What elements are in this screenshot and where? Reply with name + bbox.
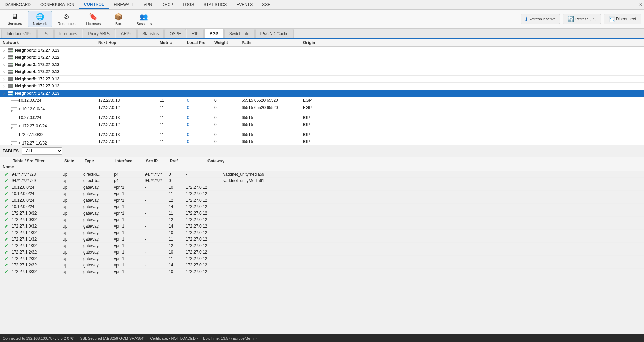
route-interface: p4 [114,178,145,183]
svg-point-18 [12,77,13,78]
refresh-if-active-icon: ℹ [525,16,527,22]
bgp-group-row[interactable]: ▷ Neighbor5: 172.27.0.13 [0,76,644,83]
route-type: gateway... [83,185,114,190]
route-gateway: 172.27.0.12 [186,230,223,235]
route-gateway: 172.27.0.12 [186,198,223,203]
bgp-data-row[interactable]: ——▶ > 172.27.0.0/24 172.27.0.12 11 0 0 6… [0,121,644,131]
bgp-group-row[interactable]: ▷ Neighbor3: 172.27.0.13 [0,61,644,68]
tables-filter-select[interactable]: ALL Main VPN [22,147,62,155]
box-icon: 📦 [114,13,123,21]
route-type: gateway... [83,237,114,242]
toolbar-box[interactable]: 📦 Box [107,11,131,27]
table-row[interactable]: ✔ 172.27.1.3/32 up gateway... vpnr1 - 10… [0,269,644,275]
route-metric: 11 [158,139,186,145]
table-row[interactable]: ✔ 172.27.1.0/32 up gateway... vpnr1 - 14… [0,223,644,230]
table-row[interactable]: ✔ 10.12.0.0/24 up gateway... vpnr1 - 11 … [0,191,644,197]
toolbar-resources[interactable]: ⚙ Resources [53,11,80,27]
route-status-icon: ✔ [1,204,12,209]
route-nexthop: 172.27.0.12 [97,122,158,130]
nav-dashboard[interactable]: DASHBOARD [0,1,35,9]
nav-dhcp[interactable]: DHCP [157,1,178,9]
toolbar-network[interactable]: 🌐 Network [28,11,52,27]
route-gateway: 172.27.0.12 [186,243,223,248]
route-state: up [63,204,83,209]
bgp-group-row[interactable]: ▷ Neighbor7: 172.27.0.13 [0,90,644,97]
route-pref: 12 [169,198,186,203]
route-nexthop: 172.27.0.12 [97,139,158,145]
svg-point-23 [12,87,13,87]
bgp-group-label: Neighbor2: 172.27.0.12 [15,55,59,60]
tab-ospf[interactable]: OSPF [164,29,186,38]
refresh-if-active-button[interactable]: ℹ Refresh if active [521,14,560,24]
nav-firewall[interactable]: FIREWALL [109,1,139,9]
bgp-col-network: Network [1,40,97,46]
server-icon [8,55,14,60]
route-network: ——— 10.12.0.0/24 [1,98,97,103]
table-row[interactable]: ✔ 172.27.1.2/32 up gateway... vpnr1 - 11… [0,256,644,262]
nav-logs[interactable]: LOGS [178,1,199,9]
bgp-data-row[interactable]: ——— 10.12.0.0/24 172.27.0.13 11 0 0 6551… [0,97,644,104]
table-row[interactable]: ✔ 10.12.0.0/24 up gateway... vpnr1 - 10 … [0,184,644,191]
toolbar-services[interactable]: 🖥 Services [3,11,27,27]
tab-interfaces[interactable]: Interfaces [54,29,83,38]
table-row[interactable]: ✔ 172.27.1.1/32 up gateway... vpnr1 - 11… [0,236,644,243]
disconnect-button[interactable]: 📉 Disconnect [604,14,641,24]
route-status-icon: ✔ [1,256,12,261]
tab-ipv6-nd-cache[interactable]: IPv6 ND Cache [255,29,294,38]
tab-switch-info[interactable]: Switch Info [224,29,255,38]
toolbar-licenses[interactable]: 🔖 Licenses [82,11,105,27]
route-pref: 10 [169,230,186,235]
table-row[interactable]: ✔ 94.**.**.** /29 up direct-b... p4 94.*… [0,178,644,184]
table-row[interactable]: ✔ 10.12.0.0/24 up gateway... vpnr1 - 14 … [0,204,644,210]
bgp-groups: ▷ Neighbor1: 172.27.0.13 ▷ Neighbor2: 17… [0,47,644,145]
bgp-data-row[interactable]: ——— 172.27.1.0/32 172.27.0.13 11 0 0 655… [0,131,644,138]
table-row[interactable]: ✔ 10.12.0.0/24 up gateway... vpnr1 - 12 … [0,197,644,204]
nav-vpn[interactable]: VPN [139,1,157,9]
nav-control[interactable]: CONTROL [79,1,109,9]
route-gateway: 172.27.0.12 [186,237,223,242]
tab-rip[interactable]: RIP [187,29,204,38]
top-nav: DASHBOARD CONFIGURATION CONTROL FIREWALL… [0,0,644,10]
nav-configuration[interactable]: CONFIGURATION [35,1,79,9]
route-network: ——▶ > 10.12.0.0/24 [1,105,97,113]
route-pref: 11 [169,256,186,261]
bgp-col-metric: Metric [158,40,186,46]
bgp-group-row[interactable]: ▷ Neighbor2: 172.27.0.12 [0,54,644,61]
svg-point-14 [12,70,13,71]
toolbar-sessions[interactable]: 👥 Sessions [132,11,156,27]
expand-icon: ▷ [1,76,7,82]
tab-statistics[interactable]: Statistics [137,29,164,38]
tab-bar: Interfaces/IPs IPs Interfaces Proxy ARPs… [0,29,644,39]
tab-proxy-arps[interactable]: Proxy ARPs [83,29,115,38]
bgp-data-row[interactable]: ——▶ > 10.12.0.0/24 172.27.0.12 11 0 0 65… [0,104,644,114]
route-type: gateway... [83,204,114,209]
refresh-button[interactable]: 🔄 Refresh (F5) [563,14,601,24]
nav-events[interactable]: EVENTS [231,1,257,9]
bgp-group-row[interactable]: ▷ Neighbor1: 172.27.0.13 [0,47,644,54]
bgp-group-row[interactable]: ▷ Neighbor4: 172.27.0.12 [0,68,644,76]
bgp-group-row[interactable]: ▷ Neighbor6: 172.27.0.12 [0,83,644,90]
table-row[interactable]: ✔ 172.27.1.0/32 up gateway... vpnr1 - 11… [0,210,644,217]
tab-arps[interactable]: ARPs [116,29,137,38]
table-row[interactable]: ✔ 94.**.**.** /28 up direct-b... p4 94.*… [0,171,644,178]
route-state: up [63,217,83,222]
route-origin: IGP [302,115,336,120]
close-icon[interactable]: ✕ [637,1,644,8]
tab-bgp[interactable]: BGP [204,29,224,38]
table-row[interactable]: ✔ 172.27.1.1/32 up gateway... vpnr1 - 10… [0,230,644,236]
table-row[interactable]: ✔ 172.27.1.2/32 up gateway... vpnr1 - 14… [0,262,644,269]
nav-statistics[interactable]: STATISTICS [199,1,232,9]
table-row[interactable]: ✔ 172.27.1.2/32 up gateway... vpnr1 - 10… [0,249,644,256]
tab-interfaces-ips[interactable]: Interfaces/IPs [1,29,37,38]
route-status-icon: ✔ [1,178,12,183]
server-icon [8,84,14,88]
table-row[interactable]: ✔ 172.27.1.0/32 up gateway... vpnr1 - 12… [0,217,644,223]
bgp-data-row[interactable]: ——— 10.27.0.0/24 172.27.0.13 11 0 0 6551… [0,114,644,121]
tab-ips[interactable]: IPs [37,29,53,38]
server-icon [8,69,14,74]
table-row[interactable]: ✔ 172.27.1.1/32 up gateway... vpnr1 - 12… [0,243,644,249]
tables-label: TABLES [3,149,19,153]
nav-ssh[interactable]: SSH [257,1,275,9]
bgp-data-row[interactable]: ——▶ > 172.27.1.0/32 172.27.0.12 11 0 0 6… [0,138,644,145]
route-srcip: - [145,204,169,209]
